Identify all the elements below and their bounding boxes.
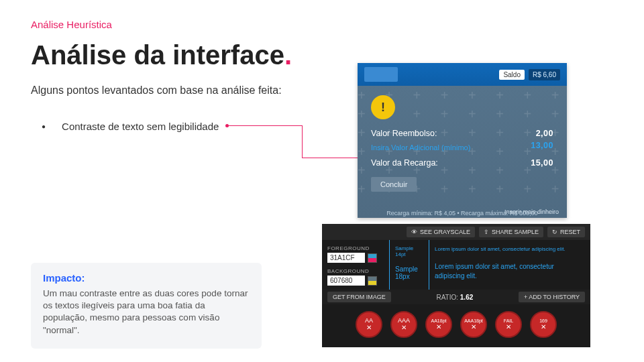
concluir-button[interactable]: Concluir — [371, 177, 417, 192]
badge-aaa: AAA✕ — [390, 311, 417, 338]
page-title: Análise da interface. — [31, 40, 292, 70]
foreground-label: FOREGROUND — [327, 245, 384, 251]
ratio-label: RATIO: — [436, 294, 458, 301]
checker-center: Sample 14pt Sample 18px — [389, 240, 429, 290]
background-input[interactable]: 607680 — [327, 276, 365, 286]
badge-aa: AA✕ — [356, 311, 382, 338]
row-reembolso: Valor Reembolso: 2,00 — [371, 129, 553, 138]
background-label: BACKGROUND — [327, 268, 384, 274]
connector-line — [227, 125, 368, 159]
app-body: + + + + + + + + + + + + + + + + + + + + … — [358, 86, 567, 218]
get-from-image-button[interactable]: GET FROM IMAGE — [327, 292, 391, 302]
warning-icon: ! — [371, 95, 395, 119]
badge-aa18-top: AA18pt — [431, 318, 447, 324]
impact-title: Impacto: — [43, 272, 250, 284]
lorem-2: Lorem ipsum dolor sit amet, consectetur … — [435, 262, 585, 281]
foreground-swatch[interactable] — [368, 253, 377, 263]
reset-label: RESET — [560, 229, 580, 235]
app-screenshot: Saldo R$ 6,60 + + + + + + + + + + + + + … — [358, 63, 567, 218]
badge-colordiff-top: 169 — [539, 318, 547, 324]
share-icon: ⇪ — [484, 229, 489, 235]
eye-icon: 👁 — [411, 229, 417, 235]
saldo-wrap: Saldo R$ 6,60 — [499, 69, 560, 80]
badge-fail: FAIL✕ — [495, 311, 522, 338]
checker-left: FOREGROUND 31A1CF BACKGROUND 607680 — [322, 240, 389, 290]
hint-value: 13,00 — [531, 141, 553, 156]
badge-aaa18: AAA18pt✕ — [460, 311, 487, 338]
badge-aa18-x: ✕ — [436, 323, 441, 330]
row-reembolso-label: Valor Reembolso: — [371, 129, 437, 138]
app-footer-limits: Recarga mínima: R$ 4,05 • Recarga máxima… — [358, 210, 567, 219]
row-hint: Insira Valor Adicional (mínimo) 13,00 — [371, 141, 553, 156]
share-sample-label: SHARE SAMPLE — [492, 229, 539, 235]
title-text: Análise da interface — [31, 40, 284, 70]
badge-aaa18-top: AAA18pt — [464, 318, 483, 324]
eyebrow: Análise Heurística — [31, 19, 112, 30]
hint-text: Insira Valor Adicional (mínimo) — [371, 143, 470, 152]
ratio-value: 1.62 — [460, 294, 473, 301]
impact-body: Um mau contraste entre as duas cores pod… — [43, 288, 250, 337]
row-recarga: Valor da Recarga: 15,00 — [371, 158, 553, 168]
sample-large: Sample 18px — [395, 265, 423, 280]
checker-mid: FOREGROUND 31A1CF BACKGROUND 607680 Samp… — [322, 240, 590, 290]
saldo-label: Saldo — [499, 70, 525, 80]
lorem-1: Lorem ipsum dolor sit amet, consectetur … — [435, 245, 585, 253]
see-grayscale-button[interactable]: 👁SEE GRAYSCALE — [407, 227, 475, 237]
app-header: Saldo R$ 6,60 — [358, 63, 567, 86]
ratio-display: RATIO: 1.62 — [436, 294, 473, 301]
reset-icon: ↻ — [552, 229, 557, 235]
badge-aaa18-x: ✕ — [471, 323, 476, 330]
badge-aaa-x: ✕ — [401, 324, 407, 331]
badge-aaa-top: AAA — [398, 318, 410, 324]
sample-small: Sample 14pt — [395, 245, 423, 257]
background-swatch[interactable] — [368, 276, 377, 286]
see-grayscale-label: SEE GRAYSCALE — [420, 229, 470, 235]
badge-aa-top: AA — [365, 318, 373, 324]
badge-aa18: AA18pt✕ — [425, 311, 452, 338]
reset-button[interactable]: ↻RESET — [547, 227, 585, 237]
checker-toolbar: 👁SEE GRAYSCALE ⇪SHARE SAMPLE ↻RESET — [322, 224, 590, 240]
badge-colordiff: 169✕ — [530, 311, 557, 338]
row-recarga-value: 15,00 — [531, 158, 553, 168]
bullet-text: Contraste de texto sem legibilidade — [62, 121, 219, 132]
title-dot: . — [284, 40, 292, 70]
checker-right: Lorem ipsum dolor sit amet, consectetur … — [429, 240, 590, 290]
checker-badges: AA✕ AAA✕ AA18pt✕ AAA18pt✕ FAIL✕ 169✕ — [322, 304, 590, 338]
checker-row2: GET FROM IMAGE RATIO: 1.62 + ADD TO HIST… — [322, 290, 590, 304]
bullet-row: ● Contraste de texto sem legibilidade — [42, 121, 219, 132]
badge-aa-x: ✕ — [366, 324, 372, 331]
add-to-history-button[interactable]: + ADD TO HISTORY — [519, 292, 585, 302]
badge-colordiff-x: ✕ — [541, 323, 546, 330]
saldo-value: R$ 6,60 — [529, 69, 560, 80]
contrast-checker: 👁SEE GRAYSCALE ⇪SHARE SAMPLE ↻RESET FORE… — [322, 224, 590, 347]
intro-text: Alguns pontos levantados com base na aná… — [31, 84, 282, 97]
badge-fail-x: ✕ — [506, 323, 511, 330]
row-recarga-label: Valor da Recarga: — [371, 158, 438, 168]
badge-fail-top: FAIL — [504, 318, 513, 324]
bullet-dot-icon: ● — [42, 123, 46, 130]
app-tab — [364, 67, 398, 82]
foreground-input[interactable]: 31A1CF — [327, 253, 365, 263]
impact-card: Impacto: Um mau contraste entre as duas … — [31, 263, 262, 349]
share-sample-button[interactable]: ⇪SHARE SAMPLE — [479, 227, 543, 237]
row-reembolso-value: 2,00 — [536, 129, 553, 138]
